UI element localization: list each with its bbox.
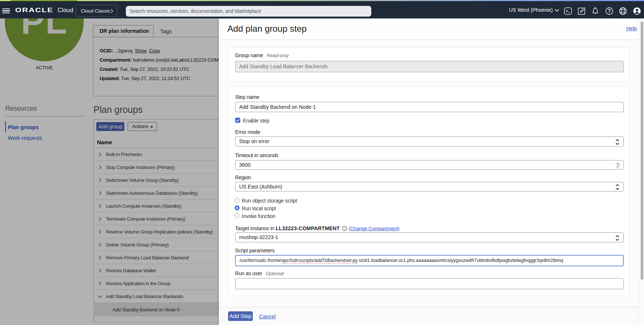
- svg-text:i: i: [344, 227, 345, 230]
